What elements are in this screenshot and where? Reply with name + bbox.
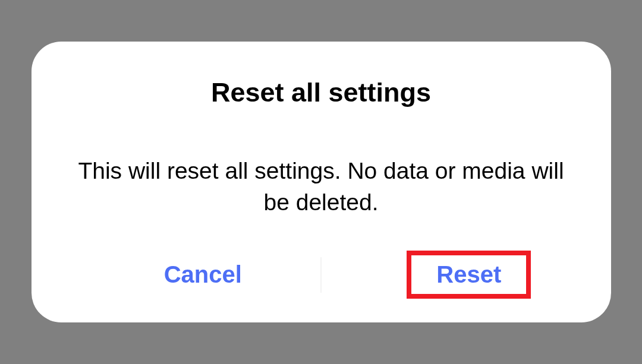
dialog-title: Reset all settings	[211, 77, 431, 108]
reset-highlight-box: Reset	[407, 251, 531, 299]
reset-button-wrapper: Reset	[351, 251, 587, 299]
dialog-message: This will reset all settings. No data or…	[55, 156, 587, 218]
button-divider	[321, 257, 322, 293]
reset-settings-dialog: Reset all settings This will reset all s…	[32, 42, 611, 322]
reset-button[interactable]: Reset	[436, 261, 501, 288]
dialog-button-row: Cancel Reset	[55, 251, 587, 299]
cancel-button[interactable]: Cancel	[55, 251, 351, 299]
